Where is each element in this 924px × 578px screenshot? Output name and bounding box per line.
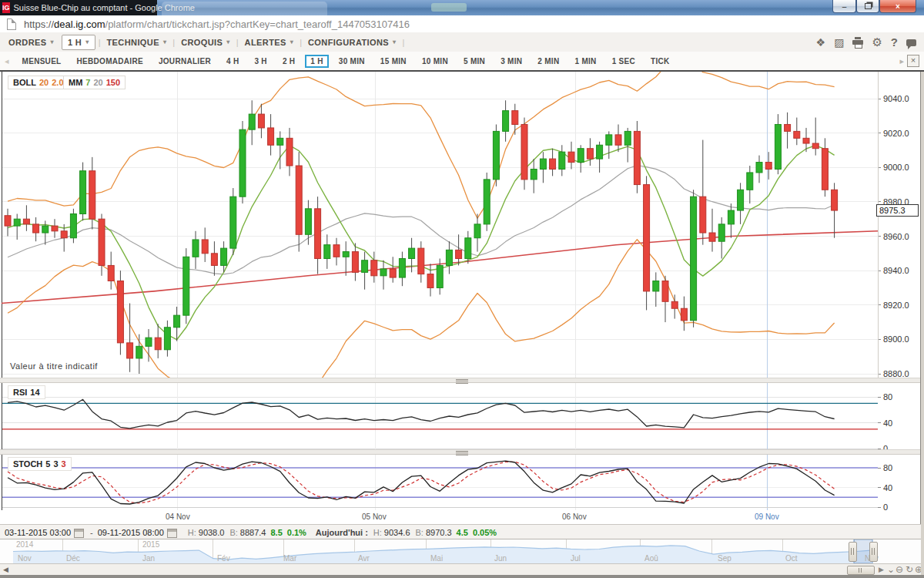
- timeframe-3-h[interactable]: 3 H: [249, 55, 272, 68]
- toolbar-icons: ❖ ▨ ⚙ ?: [816, 35, 916, 49]
- timeframe-30-min[interactable]: 30 MIN: [333, 55, 370, 68]
- low-value: 8887.4: [240, 528, 266, 537]
- calendar-icon[interactable]: [167, 529, 177, 538]
- rsi-period: 14: [30, 388, 39, 397]
- stoch-label: STOCH: [13, 459, 42, 469]
- chevron-down-icon: ▾: [50, 39, 53, 45]
- timeframe-journalier[interactable]: JOURNALIER: [153, 55, 216, 68]
- timeframe-15-min[interactable]: 15 MIN: [375, 55, 412, 68]
- menu-technique[interactable]: TECHNIQUE▾: [102, 35, 172, 49]
- moving-average-chip[interactable]: MM720150: [63, 76, 126, 89]
- menu-alertes[interactable]: ALERTES▾: [239, 35, 300, 49]
- close-button[interactable]: ×: [879, 0, 916, 13]
- svg-text:9040.0: 9040.0: [883, 94, 909, 103]
- range-handle-right[interactable]: [869, 542, 878, 562]
- timeframe-10-min[interactable]: 10 MIN: [417, 55, 454, 68]
- url-text[interactable]: https://deal.ig.com/platform/chart/tickc…: [24, 18, 410, 30]
- window-title: Suisse Blue-Chip au comptant - Google Ch…: [14, 3, 195, 12]
- today-high-label: H:: [373, 528, 382, 537]
- mm7-period: 7: [85, 78, 90, 87]
- feedback-icon[interactable]: [906, 39, 916, 46]
- help-icon[interactable]: ?: [891, 35, 898, 49]
- mm20-period: 20: [93, 78, 102, 87]
- panel-divider[interactable]: [0, 378, 921, 383]
- timeframe-2-min[interactable]: 2 MIN: [532, 55, 564, 68]
- stoch-d: 3: [62, 459, 66, 469]
- menu-ordres[interactable]: ORDRES▾: [3, 35, 59, 49]
- svg-text:8880.0: 8880.0: [883, 369, 909, 378]
- scrollbar-left-arrow-icon[interactable]: ◀: [3, 566, 8, 573]
- low-label: B:: [229, 528, 237, 537]
- timeframe-1-min[interactable]: 1 MIN: [569, 55, 601, 68]
- menu-croquis[interactable]: CROQUIS▾: [176, 35, 236, 49]
- today-low-label: B:: [416, 528, 424, 537]
- today-low-value: 8970.3: [426, 528, 452, 537]
- reset-zoom-icon[interactable]: ↻: [906, 564, 913, 575]
- scrollbar-right-arrow-icon[interactable]: ▶: [879, 566, 884, 573]
- timeframe-1-sec[interactable]: 1 SEC: [607, 55, 641, 68]
- menu-1-h[interactable]: 1 H▾: [62, 35, 95, 50]
- timeframe-hebdomadaire[interactable]: HEBDOMADAIRE: [72, 55, 149, 68]
- address-bar[interactable]: https://deal.ig.com/platform/chart/tickc…: [0, 15, 924, 33]
- scrollbar-thumb[interactable]: [847, 566, 875, 575]
- rsi-panel[interactable]: 80400: [0, 383, 921, 449]
- candlestick-series: [5, 100, 838, 374]
- timeframe-4-h[interactable]: 4 H: [221, 55, 244, 68]
- browser-window: IG Suisse Blue-Chip au comptant - Google…: [0, 0, 924, 578]
- menu-separator: |: [236, 38, 239, 47]
- high-label: H:: [188, 528, 196, 537]
- month-label: Oct: [785, 554, 798, 563]
- rsi-chip[interactable]: RSI14: [8, 385, 45, 399]
- menu-separator: |: [172, 38, 175, 47]
- image-icon[interactable]: ▨: [834, 37, 844, 48]
- scroll-left-icon[interactable]: ◂: [5, 56, 9, 66]
- chart-region[interactable]: 9040.09020.09000.08980.08960.08940.08920…: [0, 72, 921, 524]
- month-label: Jan: [142, 554, 155, 563]
- menu-items: ORDRES▾1 H▾|TECHNIQUE▾|CROQUIS▾|ALERTES▾…: [3, 35, 405, 50]
- svg-text:8920.0: 8920.0: [883, 301, 909, 310]
- panel-divider[interactable]: [0, 449, 921, 455]
- stochastic-panel[interactable]: 80400: [0, 455, 921, 510]
- svg-text:8900.0: 8900.0: [883, 334, 909, 344]
- zoom-out-icon[interactable]: ⊖: [896, 564, 903, 575]
- change-percent: 0.1%: [287, 528, 306, 537]
- close-panel-icon[interactable]: ×: [907, 55, 919, 67]
- scroll-right-icon[interactable]: ▸: [899, 56, 904, 66]
- price-chart[interactable]: 9040.09020.09000.08980.08960.08940.08920…: [0, 72, 921, 378]
- navigator-chart[interactable]: [0, 539, 921, 564]
- year-label: 2015: [142, 540, 159, 549]
- layers-icon[interactable]: ❖: [816, 37, 826, 48]
- minimize-button[interactable]: –: [832, 0, 856, 13]
- month-label: Mai: [430, 554, 443, 563]
- timeframe-3-min[interactable]: 3 MIN: [495, 55, 527, 68]
- calendar-icon[interactable]: [74, 529, 84, 538]
- horizontal-scrollbar[interactable]: ◀ ▶ ⌄ ⊖ ↻ ⊕: [0, 563, 921, 576]
- svg-text:8940.0: 8940.0: [883, 266, 909, 275]
- range-start-field[interactable]: 03-11-2015 03:00: [5, 528, 71, 537]
- menu-configurations[interactable]: CONFIGURATIONS▾: [303, 35, 401, 49]
- timeframe-tick[interactable]: TICK: [645, 55, 675, 68]
- range-end-field[interactable]: 09-11-2015 08:00: [98, 528, 164, 537]
- timeframe-2-h[interactable]: 2 H: [277, 55, 300, 68]
- stoch-k: 5: [45, 459, 50, 469]
- timeframe-mensuel[interactable]: MENSUEL: [17, 55, 67, 68]
- settings-icon[interactable]: ⚙: [872, 37, 882, 48]
- chevron-down-icon: ▾: [226, 39, 229, 45]
- timeframe-items: MENSUELHEBDOMADAIREJOURNALIER4 H3 H2 H1 …: [17, 55, 675, 68]
- svg-text:40: 40: [883, 418, 892, 428]
- month-label: Sep: [718, 554, 732, 563]
- today-label: Aujourd'hui :: [316, 528, 368, 537]
- stoch-slowing: 3: [53, 459, 58, 469]
- timeframe-5-min[interactable]: 5 MIN: [458, 55, 490, 68]
- today-change-percent: 0.05%: [473, 528, 497, 537]
- restore-button[interactable]: [856, 0, 879, 13]
- jump-to-end-icon[interactable]: ⌄: [887, 564, 895, 575]
- stochastic-chip[interactable]: STOCH533: [8, 457, 72, 471]
- timeframe-1-h[interactable]: 1 H: [305, 55, 328, 68]
- range-handle-left[interactable]: [849, 542, 857, 562]
- boll-period: 20: [39, 78, 49, 87]
- timeline-navigator[interactable]: 20142015NovDécJanFévMarAvrMaiJunJulAoûSe…: [0, 539, 921, 564]
- print-icon[interactable]: [852, 39, 863, 47]
- high-value: 9038.0: [199, 528, 225, 537]
- year-label: 2014: [16, 540, 33, 549]
